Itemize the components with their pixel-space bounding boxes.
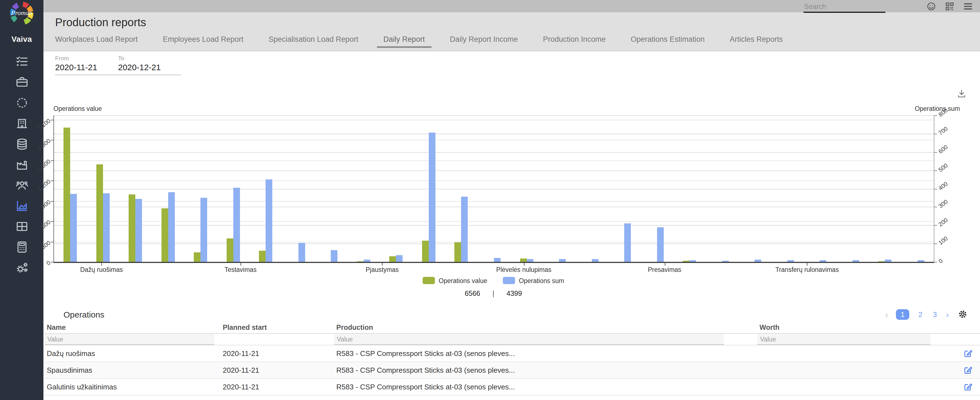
filter-planned-start-cell: [221, 333, 334, 345]
tab-daily-report[interactable]: Daily Report: [383, 35, 425, 48]
cell-production: R583 - CSP Compressport Sticks at-03 (se…: [334, 362, 757, 379]
bar-operations-sum: [559, 259, 566, 262]
search-input[interactable]: [803, 3, 885, 13]
bar-operations-sum: [396, 255, 403, 262]
right-axis-tick-label: 300: [937, 198, 949, 209]
total-operations-sum: 4399: [506, 290, 522, 298]
table-row[interactable]: Dažų ruošimas 2020-11-21 R583 - CSP Comp…: [45, 345, 980, 362]
pagination-page-3[interactable]: 3: [932, 310, 938, 319]
app-window: Proman Vaiva: [0, 0, 980, 400]
menu-button[interactable]: [962, 0, 973, 12]
sidebar-item-settings[interactable]: [11, 257, 33, 278]
date-to-field: To: [118, 54, 181, 75]
bar-operations-sum: [754, 259, 761, 262]
edit-row-button[interactable]: [963, 365, 973, 375]
x-axis-label: Dažų ruošimas: [80, 266, 123, 273]
x-axis-tick: [382, 263, 383, 266]
proman-logo[interactable]: Proman: [10, 2, 33, 25]
filter-worth-input[interactable]: [757, 335, 931, 343]
left-axis-tick: [51, 181, 54, 181]
table-settings-button[interactable]: [958, 309, 968, 319]
edit-row-button[interactable]: [963, 349, 973, 358]
edit-icon: [963, 349, 973, 358]
bar-operations-sum: [787, 260, 794, 262]
legend-item[interactable]: Operations value: [423, 277, 487, 284]
bar-operations-sum: [885, 260, 891, 262]
sidebar-item-operations[interactable]: [11, 92, 33, 113]
column-planned-start[interactable]: Planned start: [221, 323, 334, 333]
tab-specialisation-load-report[interactable]: Specialisation Load Report: [268, 35, 358, 48]
sidebar: Proman Vaiva: [0, 0, 43, 400]
date-from-field: From: [55, 54, 118, 75]
gridline: [54, 181, 934, 181]
table-row[interactable]: Galutinis užkaitinimas 2020-11-21 R583 -…: [45, 379, 980, 395]
right-axis-tick-label: 700: [937, 125, 949, 136]
pagination-next-button[interactable]: ›: [946, 309, 949, 319]
edit-icon: [963, 382, 973, 392]
sidebar-item-company[interactable]: [11, 113, 33, 134]
filter-name-input[interactable]: [45, 335, 215, 343]
tab-workplaces-load-report[interactable]: Workplaces Load Report: [55, 35, 138, 48]
download-chart-button[interactable]: [957, 89, 967, 99]
pagination-page-1[interactable]: 1: [896, 309, 909, 319]
edit-row-button[interactable]: [963, 382, 973, 392]
gridline: [54, 244, 934, 244]
right-axis-tick: [934, 207, 937, 207]
sidebar-item-workplaces[interactable]: [11, 72, 33, 92]
tab-operations-estimation[interactable]: Operations Estimation: [631, 35, 705, 48]
date-from-input[interactable]: [55, 62, 118, 75]
sidebar-item-accounting[interactable]: [11, 237, 33, 257]
bar-operations-value: [682, 261, 689, 262]
calculator-icon: [15, 241, 28, 253]
tasks-icon: [15, 55, 28, 68]
column-actions: [931, 323, 980, 333]
pagination-prev-button[interactable]: ‹: [885, 309, 888, 319]
right-axis-tick: [934, 170, 937, 171]
left-axis-tick: [51, 262, 54, 262]
content: From To Operations value Operations sum …: [43, 51, 980, 400]
sidebar-item-production[interactable]: [11, 154, 33, 175]
bar-operations-value: [129, 194, 135, 262]
cell-planned-start: 2020-11-21: [221, 362, 334, 379]
bar-operations-sum: [852, 260, 859, 262]
sidebar-item-tables[interactable]: [11, 216, 33, 237]
bar-operations-sum: [722, 261, 729, 262]
bar-operations-sum: [494, 258, 501, 262]
bar-operations-value: [422, 241, 429, 262]
cell-worth: [757, 362, 931, 379]
gridline: [54, 170, 934, 171]
filter-production-input[interactable]: [334, 335, 724, 343]
grid-icon: [15, 220, 28, 233]
column-name[interactable]: Name: [45, 323, 221, 333]
tab-articles-reports[interactable]: Articles Reports: [730, 35, 783, 48]
left-axis-title: Operations value: [54, 105, 102, 112]
column-production[interactable]: Production: [334, 323, 757, 333]
edit-icon: [963, 365, 973, 375]
bar-operations-value: [227, 239, 233, 262]
gridline: [54, 188, 934, 189]
table-header-row: Name Planned start Production Worth: [45, 323, 980, 333]
pagination-page-2[interactable]: 2: [917, 310, 924, 319]
gridline: [54, 134, 934, 134]
sidebar-item-data[interactable]: [11, 134, 33, 154]
qr-scan-button[interactable]: [944, 0, 955, 12]
sidebar-item-reports[interactable]: [11, 196, 33, 216]
tab-daily-report-income[interactable]: Daily Report Income: [450, 35, 518, 48]
tab-employees-load-report[interactable]: Employees Load Report: [163, 35, 243, 48]
left-axis-tick: [51, 201, 54, 201]
date-to-input[interactable]: [118, 62, 181, 75]
x-axis-tick: [240, 263, 241, 266]
legend-item[interactable]: Operations sum: [503, 277, 564, 284]
total-operations-value: 6566: [465, 290, 480, 298]
feedback-button[interactable]: [926, 0, 937, 12]
column-worth[interactable]: Worth: [757, 323, 931, 333]
table-row[interactable]: Spausdinimas 2020-11-21 R583 - CSP Compr…: [45, 362, 980, 379]
right-axis-tick-label: 200: [937, 217, 949, 228]
sidebar-item-tasks[interactable]: [11, 51, 33, 72]
tab-production-income[interactable]: Production Income: [543, 35, 606, 48]
right-axis-tick-label: 400: [937, 180, 949, 191]
right-axis-tick-label: 100: [937, 235, 949, 246]
briefcase-icon: [15, 76, 28, 89]
sidebar-item-employees[interactable]: [11, 175, 33, 196]
x-axis-label: Pjaustymas: [366, 266, 399, 273]
